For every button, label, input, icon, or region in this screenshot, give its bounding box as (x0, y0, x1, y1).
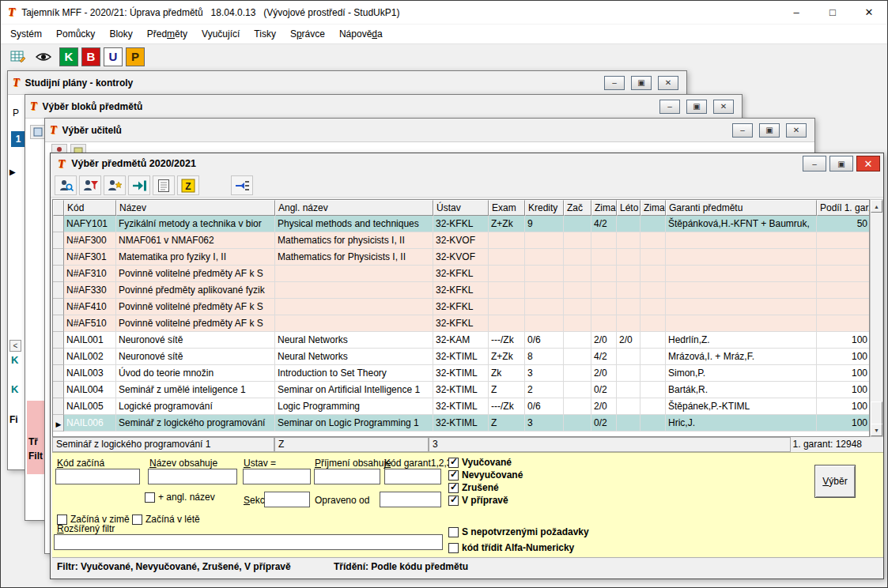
table-cell[interactable] (564, 232, 591, 249)
menu-item-tisky[interactable]: Tisky (247, 25, 283, 43)
opraveno-od-input[interactable] (380, 492, 441, 507)
table-cell[interactable] (564, 349, 591, 365)
menu-item-spravce[interactable]: Správce (283, 25, 332, 43)
column-header-zac-6[interactable]: Zač (564, 200, 591, 216)
table-cell[interactable]: Simon,P. (666, 365, 817, 382)
studijni-plany-titlebar[interactable]: T Studijní plány - kontroly – ▣ ✕ (8, 71, 686, 95)
toolbar-letter-b[interactable]: B (81, 47, 100, 66)
table-cell[interactable] (564, 365, 591, 382)
scroll-down-button[interactable]: ▼ (871, 424, 882, 436)
table-cell[interactable] (525, 282, 564, 299)
table-cell[interactable] (617, 282, 640, 299)
table-cell[interactable] (640, 232, 666, 249)
table-cell[interactable] (640, 216, 666, 232)
table-cell[interactable] (817, 232, 870, 249)
table-cell[interactable]: Seminar on Logic Programming 1 (275, 415, 433, 432)
vyber-predmetu-titlebar[interactable]: T Výběr předmětů 2020/2021 – ▣ ✕ (51, 153, 883, 174)
toolbar-letter-u[interactable]: U (104, 47, 123, 66)
table-cell[interactable]: 2/0 (591, 332, 617, 349)
table-cell[interactable] (275, 266, 433, 282)
table-cell[interactable] (666, 315, 817, 332)
table-row[interactable]: N#AF330Povinné předměty aplikované fyzik… (53, 282, 869, 299)
table-cell[interactable] (666, 232, 817, 249)
table-cell[interactable]: 2 (525, 382, 564, 398)
table-cell[interactable] (591, 282, 617, 299)
table-cell[interactable] (591, 299, 617, 315)
table-cell[interactable]: 3 (525, 415, 564, 432)
table-cell[interactable]: N#AF300 (64, 232, 116, 249)
table-cell[interactable]: NMAF061 v NMAF062 (116, 232, 275, 249)
column-header-garanti-predmetu-10[interactable]: Garanti předmětu (666, 200, 817, 216)
table-row[interactable]: N#AF510Povinně volitelné předměty AF k S… (53, 315, 869, 332)
table-row[interactable]: N#AF310Povinně volitelné předměty AF k S… (53, 266, 869, 282)
table-cell[interactable] (617, 266, 640, 282)
checkbox-angl-nazev[interactable]: + angl. název (145, 492, 215, 503)
menu-item-predmety[interactable]: Předměty (140, 25, 195, 43)
table-cell[interactable] (525, 315, 564, 332)
table-cell[interactable]: 32-KTIML (433, 349, 489, 365)
ustav-input[interactable] (243, 469, 311, 484)
table-row[interactable]: N#AF301Matematika pro fyziky I, IIMathem… (53, 249, 869, 266)
prijmeni-obsahuje-input[interactable] (314, 469, 380, 484)
table-cell[interactable]: 0/2 (591, 415, 617, 432)
table-cell[interactable] (666, 299, 817, 315)
table-cell[interactable]: 8 (525, 349, 564, 365)
table-cell[interactable] (817, 249, 870, 266)
table-cell[interactable] (564, 332, 591, 349)
table-cell[interactable]: Mathematics for Physicists I, II (275, 249, 433, 266)
table-cell[interactable]: 32-KTIML (433, 382, 489, 398)
table-cell[interactable] (640, 382, 666, 398)
table-cell[interactable]: Štěpánek,P.-KTIML (666, 398, 817, 415)
table-row[interactable]: N#AF300NMAF061 v NMAF062Mathematics for … (53, 232, 869, 249)
table-cell[interactable]: Z+Zk (489, 349, 525, 365)
table-cell[interactable]: Z (489, 415, 525, 432)
table-row[interactable]: NAIL003Úvod do teorie množinIntroduction… (53, 365, 869, 382)
table-cell[interactable]: Povinné předměty aplikované fyzik (116, 282, 275, 299)
table-cell[interactable] (617, 365, 640, 382)
table-cell[interactable] (489, 249, 525, 266)
table-cell[interactable]: 2/0 (591, 398, 617, 415)
table-cell[interactable] (640, 249, 666, 266)
person-star-button[interactable] (104, 175, 126, 195)
table-row[interactable]: NAIL004Seminář z umělé inteligence 1Semi… (53, 382, 869, 398)
table-cell[interactable]: NAIL004 (64, 382, 116, 398)
minimize-button[interactable]: – (803, 156, 826, 172)
table-cell[interactable] (564, 299, 591, 315)
table-cell[interactable]: 32-KFKL (433, 282, 489, 299)
table-cell[interactable] (564, 266, 591, 282)
table-cell[interactable] (564, 415, 591, 432)
table-cell[interactable]: Z (489, 382, 525, 398)
table-cell[interactable]: 2/0 (617, 332, 640, 349)
grid-vertical-scrollbar[interactable]: ▲ ▼ (870, 199, 883, 437)
checkbox-kod-tridit[interactable]: kód třídit Alfa-Numericky (448, 542, 574, 553)
close-button[interactable]: ✕ (658, 76, 678, 90)
table-cell[interactable]: 100 (817, 382, 870, 398)
checkbox-zacina-v-lete[interactable]: Začíná v létě (132, 514, 200, 525)
table-cell[interactable] (617, 299, 640, 315)
table-cell[interactable] (275, 299, 433, 315)
rozsireny-filtr-input[interactable] (54, 534, 443, 550)
column-header-zima-9[interactable]: Zima (640, 200, 666, 216)
table-cell[interactable] (591, 232, 617, 249)
menu-item-napoveda[interactable]: Nápověda (332, 25, 390, 43)
table-cell[interactable]: N#AF330 (64, 282, 116, 299)
table-cell[interactable]: Z+Zk (489, 216, 525, 232)
table-cell[interactable]: Seminář z umělé inteligence 1 (116, 382, 275, 398)
table-cell[interactable] (640, 299, 666, 315)
table-cell[interactable] (591, 249, 617, 266)
table-cell[interactable] (564, 216, 591, 232)
scroll-up-button[interactable]: ▲ (871, 200, 882, 213)
close-button[interactable]: ✕ (713, 100, 734, 114)
view-button[interactable] (32, 47, 54, 67)
column-header-ustav-3[interactable]: Ústav (433, 200, 489, 216)
table-cell[interactable]: N#AF310 (64, 266, 116, 282)
table-cell[interactable] (525, 232, 564, 249)
checkbox-zrusene[interactable]: Zrušené (448, 482, 499, 493)
table-cell[interactable]: Úvod do teorie množin (116, 365, 275, 382)
table-cell[interactable]: 0/6 (525, 398, 564, 415)
column-header-podil-1-gar-11[interactable]: Podíl 1. gar. (817, 200, 870, 216)
menu-item-vyucujici[interactable]: Vyučující (195, 25, 247, 43)
table-cell[interactable]: N#AF410 (64, 299, 116, 315)
table-cell[interactable] (617, 315, 640, 332)
table-cell[interactable]: Fyzikální metody a technika v bior (116, 216, 275, 232)
